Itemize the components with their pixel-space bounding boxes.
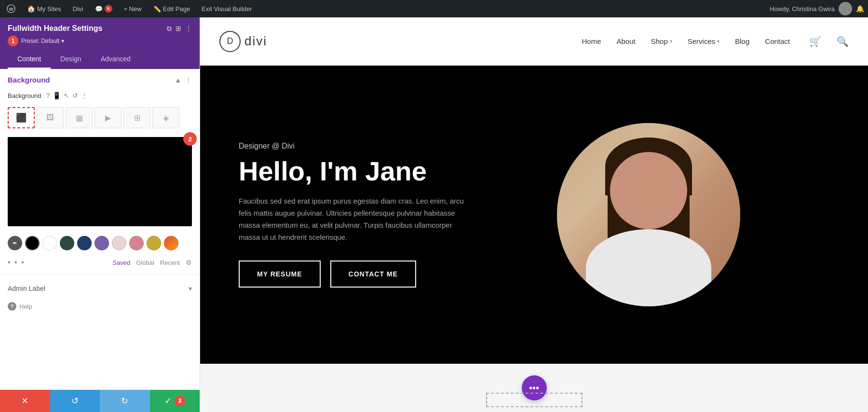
exit-builder-link[interactable]: Exit Visual Builder <box>199 0 255 17</box>
edit-box <box>486 393 583 407</box>
swatch-rose[interactable] <box>129 236 144 250</box>
help-row: ? Help <box>0 298 200 315</box>
tab-advanced[interactable]: Advanced <box>91 50 140 69</box>
admin-bar: W 🏠 My Sites Divi 💬 5 + New ✏️ Edit Page… <box>0 0 868 17</box>
background-label: Background <box>8 92 41 99</box>
swatch-dark-green[interactable] <box>60 236 74 250</box>
site-logo: D divi <box>219 31 267 52</box>
wp-logo-link[interactable]: W <box>4 0 18 17</box>
bg-help-icon[interactable]: ? <box>46 92 50 99</box>
resume-button[interactable]: MY RESUME <box>239 261 321 288</box>
color-tab-recent[interactable]: Recent <box>160 259 180 266</box>
section-divider <box>0 275 200 275</box>
save-checkmark-icon: ✓ <box>164 396 172 406</box>
admin-label-text: Admin Label <box>8 285 45 292</box>
right-content: D divi Home About Shop ▾ Services ▾ <box>200 17 868 412</box>
edit-page-link[interactable]: ✏️ Edit Page <box>150 0 193 17</box>
swatch-purple[interactable] <box>95 236 109 250</box>
eyedropper-btn[interactable]: ✒ <box>8 236 22 250</box>
swatch-light-pink[interactable] <box>112 236 126 250</box>
hero-avatar <box>557 123 740 306</box>
new-content-link[interactable]: + New <box>121 0 145 17</box>
logo-text: divi <box>244 34 267 49</box>
color-preview-box[interactable] <box>8 137 192 226</box>
bg-type-image-btn[interactable]: 🖼 <box>37 107 64 128</box>
divi-link[interactable]: Divi <box>70 0 86 17</box>
panel-title: Fullwidth Header Settings <box>8 24 102 33</box>
bg-options-icon[interactable]: ⋮ <box>81 92 88 99</box>
background-section-header: Background ▲ ⋮ <box>0 69 200 89</box>
hero-description: Faucibus sed sed erat ipsum purus egesta… <box>239 195 470 243</box>
section-collapse-icon[interactable]: ▲ <box>175 76 181 84</box>
hero-buttons: MY RESUME CONTACT ME <box>239 261 528 288</box>
save-button[interactable]: ✓ 3 <box>150 390 200 412</box>
search-icon[interactable]: 🔍 <box>837 36 849 47</box>
section-header-icons: ▲ ⋮ <box>175 76 192 84</box>
bg-type-video-btn[interactable]: ▶ <box>95 107 122 128</box>
color-preview-area: 2 <box>8 137 192 226</box>
swatch-navy[interactable] <box>77 236 92 250</box>
admin-label-section[interactable]: Admin Label ▾ <box>0 279 200 298</box>
nav-contact[interactable]: Contact <box>765 37 790 45</box>
color-tabs: Saved Global Recent ⚙ <box>112 259 192 266</box>
hero-subtitle: Designer @ Divi <box>239 142 528 151</box>
bg-type-color-btn[interactable]: ⬛ <box>8 107 35 128</box>
nav-about[interactable]: About <box>616 37 635 45</box>
nav-shop[interactable]: Shop ▾ <box>651 37 672 45</box>
nav-home[interactable]: Home <box>582 37 601 45</box>
contact-button[interactable]: CONTACT ME <box>330 261 416 288</box>
admin-label-collapse-icon: ▾ <box>189 285 192 292</box>
panel-menu-icon[interactable]: ⋮ <box>185 25 192 32</box>
panel-expand-icon[interactable]: ⊞ <box>176 25 181 32</box>
step2-badge: 2 <box>183 132 197 146</box>
help-icon: ? <box>8 302 16 311</box>
main-layout: Fullwidth Header Settings ⧉ ⊞ ⋮ 1 Preset… <box>0 17 868 412</box>
panel-title-icons: ⧉ ⊞ ⋮ <box>167 25 192 33</box>
swatch-white[interactable] <box>42 236 57 250</box>
bg-type-mask-btn[interactable]: ◈ <box>152 107 179 128</box>
below-hero: ••• <box>200 364 868 412</box>
panel-resize-icon[interactable]: ⧉ <box>167 25 172 33</box>
tab-content[interactable]: Content <box>8 50 51 69</box>
avatar-face <box>610 152 687 229</box>
swatch-gold[interactable] <box>147 236 161 250</box>
avatar-body <box>586 229 711 306</box>
logo-circle: D <box>219 31 241 52</box>
more-dots-btn[interactable]: • • • <box>8 258 25 267</box>
bg-type-pattern-btn[interactable]: ⊞ <box>123 107 150 128</box>
comments-link[interactable]: 💬 5 <box>92 0 115 17</box>
color-settings-icon[interactable]: ⚙ <box>186 259 192 266</box>
svg-text:W: W <box>9 7 14 12</box>
my-sites-link[interactable]: 🏠 My Sites <box>24 0 64 17</box>
nav-blog[interactable]: Blog <box>735 37 749 45</box>
panel-tabs: Content Design Advanced <box>8 50 192 69</box>
redo-icon: ↻ <box>121 396 128 406</box>
redo-button[interactable]: ↻ <box>100 390 150 412</box>
bg-cursor-icon[interactable]: ↖ <box>64 92 69 99</box>
nav-services[interactable]: Services ▾ <box>688 37 720 45</box>
notifications-icon[interactable]: 🔔 <box>856 5 864 13</box>
wordpress-icon: W <box>7 4 15 13</box>
bg-reset-icon[interactable]: ↺ <box>72 92 78 99</box>
bg-type-row: ⬛ 🖼 ▦ ▶ ⊞ ◈ <box>0 104 200 134</box>
swatch-gradient[interactable] <box>164 236 178 250</box>
fab-icon: ••• <box>529 383 539 394</box>
bg-type-gradient-btn[interactable]: ▦ <box>66 107 93 128</box>
preset-label[interactable]: Preset: Default ▾ <box>21 38 64 44</box>
section-more-icon[interactable]: ⋮ <box>185 76 192 84</box>
cancel-button[interactable]: ✕ <box>0 390 50 412</box>
cart-icon[interactable]: 🛒 <box>809 36 821 47</box>
swatch-black[interactable] <box>25 236 40 250</box>
color-tab-saved[interactable]: Saved <box>112 259 130 266</box>
background-label-row: Background ? 📱 ↖ ↺ ⋮ <box>0 89 200 104</box>
bg-mobile-icon[interactable]: 📱 <box>53 92 61 99</box>
site-nav: D divi Home About Shop ▾ Services ▾ <box>200 17 868 66</box>
undo-button[interactable]: ↺ <box>50 390 100 412</box>
hero-title: Hello, I'm Jane <box>239 156 528 186</box>
help-label[interactable]: Help <box>19 303 32 310</box>
left-panel: Fullwidth Header Settings ⧉ ⊞ ⋮ 1 Preset… <box>0 17 200 412</box>
step1-badge: 1 <box>8 36 18 46</box>
undo-icon: ↺ <box>71 396 79 406</box>
color-tab-global[interactable]: Global <box>136 259 154 266</box>
tab-design[interactable]: Design <box>51 50 91 69</box>
